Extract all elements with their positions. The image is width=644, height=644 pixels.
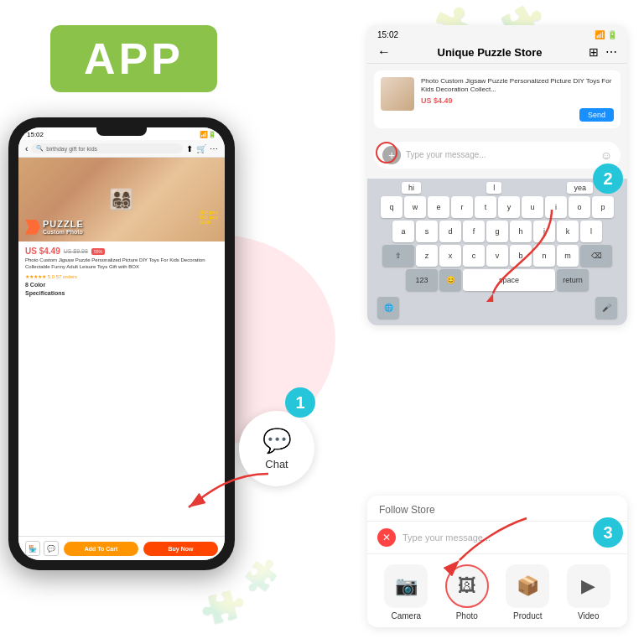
price-badge: 55% [91,248,105,255]
chat-status-bar: 15:02 📶 🔋 [367,25,627,41]
store-icon[interactable]: 🏪 [25,541,40,556]
key-shift[interactable]: ⇧ [382,245,414,267]
step-1-badge: 1 [285,387,315,418]
price-main: US $4.49 [25,247,60,256]
back-icon[interactable]: ‹ [25,144,28,153]
add-to-cart-button[interactable]: Add To Cart [64,542,138,556]
suggestion-l[interactable]: l [486,182,501,194]
video-item[interactable]: ▶ Video [567,564,610,621]
chat-bottom-icon[interactable]: 💬 [44,541,59,556]
keyboard-suggestions: hi l yea [371,182,624,194]
key-x[interactable]: x [439,245,461,267]
chat-back-icon[interactable]: ← [377,44,391,60]
puzzle-title: PUZZLE Custom Photo [43,219,84,235]
price-old: US $9.98 [64,248,88,254]
step-2-badge: 2 [593,164,623,194]
chat-product-price: US $4.49 [421,96,614,105]
chat-time: 15:02 [377,30,398,39]
chat-signal-icons: 📶 🔋 [595,30,617,39]
arrow-3 [434,510,535,577]
phone-notch [96,127,147,136]
suggestion-hi[interactable]: hi [402,182,421,194]
phone-product-info: US $4.49 US $9.98 55% Photo Custom Jigsa… [18,242,225,304]
search-text: birthday gift for kids [46,146,97,152]
chat-bubble-icon: 💬 [262,427,292,454]
bottom-icon-group: 🏪 💬 [25,541,59,556]
key-q[interactable]: q [381,196,402,218]
chat-send-button[interactable]: Send [579,108,614,122]
puzzle-logo: PUZZLE Custom Photo [25,219,84,235]
pcs-list: 300 pcs 500 pcs 1000 [200,210,218,225]
phone-nav-bar: ‹ 🔍 birthday gift for kids ⬆ 🛒 ⋯ [18,140,225,158]
key-z[interactable]: z [416,245,438,267]
chat-product-thumb [381,77,414,111]
chat-nav: ← Unique Puzzle Store ⊞ ⋯ [367,41,627,64]
key-emoji[interactable]: 😊 [439,269,461,291]
phone-bottom-bar: 🏪 💬 Add To Cart Buy Now [18,536,225,560]
chat-store-name: Unique Puzzle Store [397,46,582,59]
chat-input-row: + Type your message... ☺ [374,142,621,169]
stars-row: ★★★★★ 5.0 57 orders [25,273,218,279]
phone-time: 15:02 [27,131,44,138]
cart-icon[interactable]: 🛒 [196,144,206,153]
main-container: 🧩 🧩 🧩 🧩 APP 15:02 📶🔋 ‹ 🔍 birthday gift f… [0,0,644,644]
camera-item[interactable]: 📷 Camera [384,564,428,621]
phone-product-image: 👨‍👩‍👧‍👦 PUZZLE Custom Photo [18,158,225,242]
color-row: 8 Color [25,282,218,288]
key-a[interactable]: a [392,221,414,242]
more-dots-icon[interactable]: ⋯ [605,45,617,59]
phone-search-bar[interactable]: 🔍 birthday gift for kids [31,143,183,153]
share-icon[interactable]: ⬆ [186,144,193,153]
app-label: APP [50,25,217,92]
key-globe[interactable]: 🌐 [377,297,399,319]
spec-row: Specifications [25,290,218,296]
key-123[interactable]: 123 [406,269,438,291]
phone-icons: 📶🔋 [200,131,216,138]
chat-product-text: Photo Custom Jigsaw Puzzle Personalized … [421,77,614,122]
arrow-2 [468,201,602,302]
chat-emoji-button[interactable]: ☺ [600,148,612,162]
suggestion-yea[interactable]: yea [567,182,593,194]
arrow-to-chat-icon [176,465,277,516]
puzzle-decoration-4: 🧩 [241,556,283,596]
chat-product-title: Photo Custom Jigsaw Puzzle Personalized … [421,77,614,95]
close-input-button[interactable]: ✕ [377,528,396,547]
chat-input-area: + Type your message... ☺ [367,135,627,179]
step-3-badge: 3 [593,517,623,548]
chat-plus-button[interactable]: + [382,146,401,164]
key-w[interactable]: w [404,196,426,218]
product-desc: Photo Custom Jigsaw Puzzle Personalized … [25,257,218,271]
price-row: US $4.49 US $9.98 55% [25,247,218,256]
puzzle-decoration-3: 🧩 [195,580,251,636]
chat-input-field[interactable]: Type your message... [406,150,595,159]
search-icon: 🔍 [36,145,44,152]
key-s[interactable]: s [416,221,438,242]
camera-icon: 📷 [384,564,428,608]
more-icon[interactable]: ⋯ [210,144,218,153]
video-label: Video [578,611,599,621]
chat-product-card: Photo Custom Jigsaw Puzzle Personalized … [374,70,621,128]
buy-now-button[interactable]: Buy Now [143,542,218,556]
key-d[interactable]: d [439,221,461,242]
key-e[interactable]: e [428,196,449,218]
product-label: Product [513,611,542,621]
camera-label: Camera [391,611,421,621]
grid-icon[interactable]: ⊞ [589,45,599,59]
video-icon: ▶ [567,564,610,608]
photo-label: Photo [456,611,478,621]
